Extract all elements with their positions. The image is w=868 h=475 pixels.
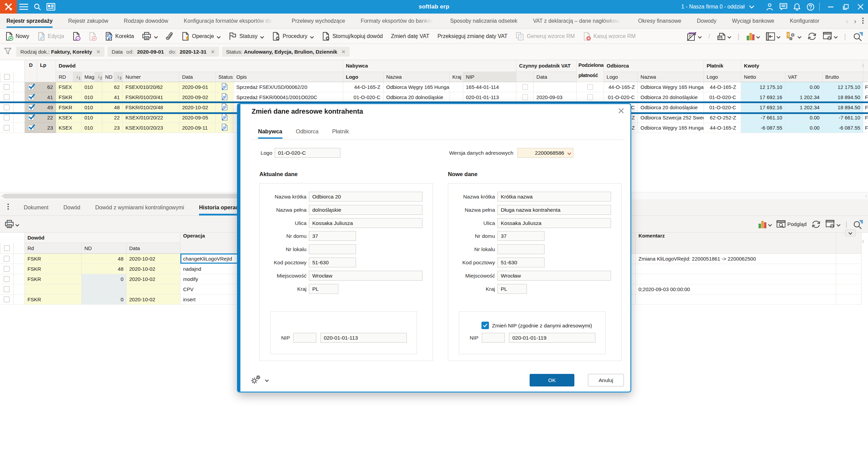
procedures-button[interactable]: Procedury bbox=[272, 32, 314, 41]
cancel-button[interactable]: Anuluj bbox=[588, 374, 624, 386]
nav-tab[interactable]: Rejestr sprzedaży bbox=[6, 14, 53, 28]
column-header-nip[interactable]: NIP bbox=[463, 72, 516, 82]
nazwa-pełna-input[interactable]: dolnośląskie bbox=[309, 205, 422, 215]
repost-vat-date-button[interactable]: Przeksięguj zmianę daty VAT bbox=[437, 33, 508, 39]
sort-indicator-1[interactable]: ↓1 bbox=[73, 72, 82, 82]
select-all-checkbox[interactable] bbox=[0, 72, 14, 82]
row-select-checkbox[interactable] bbox=[0, 82, 14, 92]
nav-tab[interactable]: Przelewy wychodzące bbox=[292, 14, 345, 28]
nav-tab[interactable]: Wyciągi bankowe bbox=[732, 14, 774, 28]
maximize-button[interactable] bbox=[838, 0, 853, 14]
grid-scroll-left-icon[interactable]: ‹ bbox=[862, 61, 864, 70]
column-header-rd[interactable]: RD bbox=[56, 72, 73, 82]
search-grid-button[interactable] bbox=[853, 220, 863, 229]
column-header-czynny-chk[interactable] bbox=[516, 72, 534, 82]
cell-operacja[interactable]: CPV bbox=[180, 284, 242, 294]
table-row[interactable]: 62FSEX01062FSEX/010/20/622020-09-01Sprze… bbox=[0, 82, 868, 92]
row-select-checkbox[interactable] bbox=[0, 253, 14, 264]
filter-chip-remove-icon[interactable]: ✕ bbox=[341, 49, 346, 55]
search-grid-button[interactable] bbox=[853, 32, 863, 41]
column-header-status[interactable]: Status bbox=[216, 72, 234, 82]
nav-tab[interactable]: Okresy finansowe bbox=[638, 14, 681, 28]
logo-field[interactable]: 01-O-020-C bbox=[275, 148, 340, 158]
statuses-button[interactable]: Statusy bbox=[229, 32, 264, 40]
tabs-scroll-left-icon[interactable]: ‹ bbox=[844, 17, 850, 25]
chat-icon[interactable] bbox=[776, 0, 790, 14]
kraj-input[interactable]: PL bbox=[497, 284, 527, 294]
modal-tab-odbiorca[interactable]: Odbiorca bbox=[296, 128, 319, 139]
row-select-checkbox[interactable] bbox=[0, 264, 14, 274]
news-icon[interactable] bbox=[44, 0, 58, 14]
row-select-checkbox[interactable] bbox=[0, 102, 14, 112]
column-header-numer[interactable]: Numer bbox=[123, 72, 179, 82]
minimize-button[interactable] bbox=[823, 0, 838, 14]
nav-tab[interactable]: Rejestr zakupów bbox=[68, 14, 108, 28]
column-header-nd[interactable]: ND bbox=[82, 243, 126, 253]
modal-tab-płatnik[interactable]: Płatnik bbox=[332, 128, 349, 139]
nr-lokalu-input[interactable] bbox=[497, 244, 545, 254]
row-select-checkbox[interactable] bbox=[0, 284, 14, 294]
bottom-tab[interactable]: Dowód bbox=[63, 200, 80, 215]
new-button[interactable]: Nowy bbox=[5, 32, 29, 41]
column-header-operacja[interactable]: Operacja bbox=[180, 233, 242, 253]
column-header-data[interactable]: Data bbox=[126, 243, 180, 253]
nav-tab[interactable]: Konfigurator bbox=[790, 14, 819, 28]
column-header-nabywca-nazwa[interactable]: Nazwa bbox=[383, 72, 450, 82]
nazwa-krótka-input[interactable]: Krótka nazwa bbox=[497, 192, 611, 202]
cell-podzielona-checkbox[interactable] bbox=[577, 92, 604, 102]
row-select-checkbox[interactable] bbox=[0, 294, 14, 304]
delete-button[interactable] bbox=[88, 32, 97, 41]
search-icon[interactable] bbox=[31, 0, 44, 14]
column-header-nd[interactable]: ND bbox=[102, 72, 114, 82]
column-header-podzielona[interactable]: Podzielonapłatność bbox=[577, 60, 604, 82]
bottom-tabs-kebab-icon[interactable] bbox=[7, 204, 9, 211]
operations-button[interactable]: Operacje bbox=[181, 32, 220, 41]
bottom-tab[interactable]: Dokument bbox=[24, 200, 48, 215]
ok-button[interactable]: OK bbox=[530, 374, 574, 386]
delete-rm-button[interactable]: Kasuj wzorce RM bbox=[583, 32, 635, 41]
collapse-panel-button[interactable] bbox=[845, 229, 856, 236]
cell-podzielona-checkbox[interactable] bbox=[577, 82, 604, 92]
attachments-button[interactable] bbox=[166, 32, 173, 41]
nav-tab[interactable]: VAT z deklaracją – dane nagłówkowe bbox=[533, 14, 623, 28]
bottom-tab[interactable]: Dowód z wymiarami kontrolingowymi bbox=[95, 200, 184, 215]
nav-tab[interactable]: Dowody bbox=[697, 14, 716, 28]
cell-czynny-checkbox[interactable] bbox=[516, 82, 534, 92]
window-settings-button[interactable] bbox=[826, 220, 840, 229]
nip-prefix-input[interactable] bbox=[482, 333, 505, 343]
app-logo-icon[interactable] bbox=[0, 0, 17, 14]
column-header-kraj[interactable]: Kraj bbox=[450, 72, 463, 82]
change-vat-date-button[interactable]: Zmień datę VAT bbox=[391, 33, 429, 39]
cell-operacja[interactable]: insert bbox=[180, 294, 242, 304]
nip-prefix-input[interactable] bbox=[293, 333, 316, 343]
filter-chip-remove-icon[interactable]: ✕ bbox=[211, 49, 215, 55]
window-settings-button[interactable] bbox=[823, 32, 837, 41]
column-header-komentarz[interactable]: Komentarz bbox=[636, 233, 836, 253]
company-selector[interactable]: 1 - Nasza firma 0 - oddział bbox=[681, 4, 754, 10]
export-button[interactable] bbox=[717, 32, 731, 41]
edit-button[interactable]: Edycja bbox=[37, 32, 64, 41]
info-button[interactable] bbox=[72, 32, 80, 41]
column-header-lp[interactable]: Lp bbox=[37, 60, 56, 82]
nip-input[interactable]: 020-01-01-119 bbox=[509, 333, 595, 343]
correction-button[interactable]: Korekta bbox=[105, 32, 134, 41]
column-header-brutto[interactable]: Brutto bbox=[823, 72, 863, 82]
sort-indicator-2[interactable]: ↓2 bbox=[95, 72, 102, 82]
preview-button[interactable]: Podgląd bbox=[776, 220, 807, 229]
filter-chip[interactable]: Rodzaj dok.: Faktury, Korekty✕ bbox=[16, 47, 104, 57]
notifications-icon[interactable] bbox=[790, 0, 804, 14]
tabs-scroll-right-icon[interactable]: › bbox=[852, 17, 859, 25]
user-icon[interactable] bbox=[763, 0, 776, 14]
nr-domu-input[interactable]: 37 bbox=[497, 231, 545, 241]
column-header-netto[interactable]: Netto bbox=[741, 72, 785, 82]
kod-pocztowy-input[interactable]: 51-630 bbox=[309, 258, 356, 267]
cell-czynny-checkbox[interactable] bbox=[516, 92, 534, 102]
select-all-checkbox[interactable] bbox=[0, 243, 14, 253]
filter-chip[interactable]: Status: Anulowany, Edycja, Brulion, Dzie… bbox=[222, 47, 350, 57]
cell-operacja[interactable]: modify bbox=[180, 274, 242, 284]
row-select-checkbox[interactable] bbox=[0, 122, 14, 133]
storno-copy-button[interactable]: Stornuj/kopiuj dowód bbox=[322, 32, 383, 41]
column-header-rd[interactable]: Rd bbox=[25, 243, 82, 253]
chart-button[interactable] bbox=[758, 220, 772, 229]
modal-close-icon[interactable]: ✕ bbox=[616, 106, 626, 116]
